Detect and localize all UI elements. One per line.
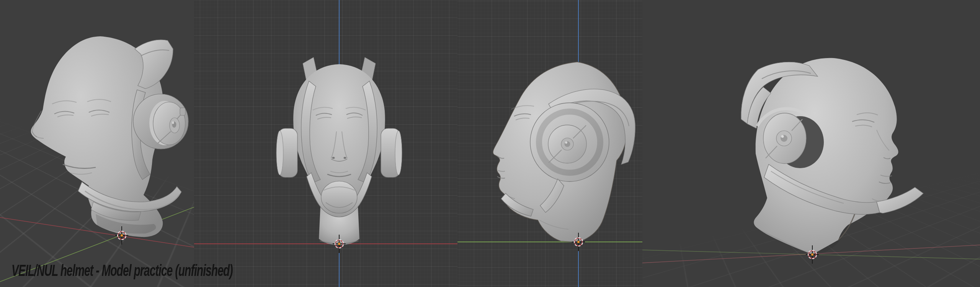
- ear-cup-left: [276, 128, 297, 177]
- head-model-front[interactable]: [194, 0, 457, 287]
- composite-screenshot: VEIL/NUL helmet - Model practice (unfini…: [0, 0, 980, 287]
- nostril-left: [332, 157, 335, 159]
- viewport-panel-quarter-right[interactable]: [642, 0, 980, 287]
- ear-cup: [530, 103, 609, 182]
- viewport-panel-profile-left[interactable]: [457, 0, 642, 287]
- head-model-profile[interactable]: [457, 0, 642, 287]
- head-model-quarter-left[interactable]: [0, 0, 194, 287]
- caption-text: VEIL/NUL helmet - Model practice (unfini…: [11, 262, 233, 279]
- head-model-quarter-right[interactable]: [642, 0, 980, 287]
- ear-cup-right: [381, 128, 402, 177]
- nostril-right: [344, 157, 346, 159]
- viewport-panel-quarter-left[interactable]: [0, 0, 194, 287]
- ear-cup: [133, 94, 188, 149]
- viewport-panel-front[interactable]: [194, 0, 457, 287]
